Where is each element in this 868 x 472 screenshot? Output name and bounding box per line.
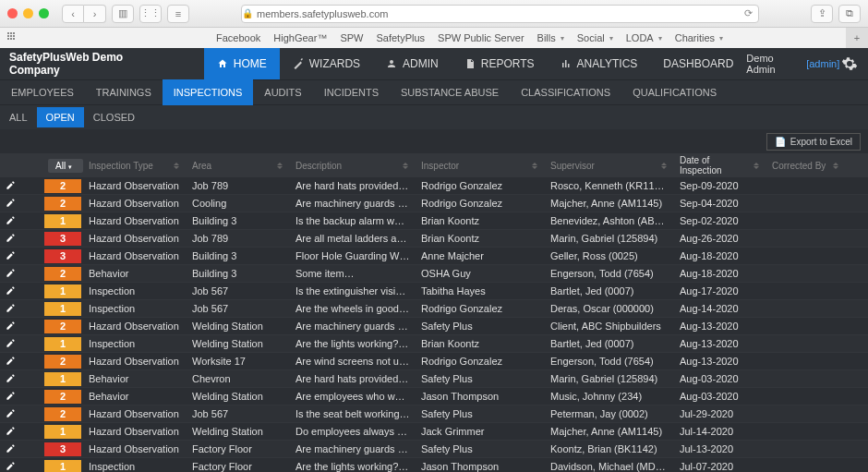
export-to-excel-button[interactable]: 📄 Export to Excel — [766, 133, 861, 151]
edit-row-button[interactable] — [0, 233, 26, 245]
tab-employees[interactable]: EMPLOYEES — [0, 79, 85, 105]
cell-inspector: OSHA Guy — [416, 268, 545, 279]
severity-badge: 3 — [44, 232, 81, 246]
table-row[interactable]: 1InspectionFactory FloorAre the lights w… — [0, 458, 868, 472]
table-row[interactable]: 3Hazard ObservationJob 789Are all metal … — [0, 230, 868, 248]
cell-inspector: Rodrigo Gonzalez — [416, 303, 545, 314]
cell-area: Building 3 — [187, 250, 290, 261]
tab-incidents[interactable]: INCIDENTS — [313, 79, 390, 105]
apps-icon[interactable] — [7, 32, 18, 43]
sidebar-toggle-button[interactable]: ▥ — [112, 5, 134, 23]
col-corrected-by[interactable]: Corrected By — [766, 153, 846, 177]
edit-row-button[interactable] — [0, 408, 26, 420]
minimize-window-icon[interactable] — [23, 8, 33, 18]
table-row[interactable]: 1Hazard ObservationWelding StationDo emp… — [0, 423, 868, 441]
bookmark-social[interactable]: Social — [577, 32, 613, 43]
col-area[interactable]: Area — [187, 153, 290, 177]
col-inspection-type[interactable]: Inspection Type — [83, 153, 187, 177]
nav-analytics[interactable]: ANALYTICS — [548, 48, 651, 79]
export-icon: 📄 — [775, 137, 786, 147]
edit-row-button[interactable] — [0, 250, 26, 262]
edit-row-button[interactable] — [0, 443, 26, 455]
nav-home[interactable]: HOME — [204, 48, 280, 79]
edit-row-button[interactable] — [0, 303, 26, 315]
edit-row-button[interactable] — [0, 461, 26, 473]
table-row[interactable]: 2BehaviorWelding StationAre employees wh… — [0, 388, 868, 405]
edit-row-button[interactable] — [0, 391, 26, 403]
close-window-icon[interactable] — [7, 8, 18, 18]
table-row[interactable]: 2BehaviorBuilding 3Some item…OSHA GuyEng… — [0, 265, 868, 283]
nav-back-button[interactable]: ‹ — [62, 5, 84, 23]
tab-inspections[interactable]: INSPECTIONS — [163, 79, 254, 105]
edit-row-button[interactable] — [0, 215, 26, 227]
url-bar[interactable]: 🔒 members.safetyplusweb.com ⟳ — [241, 5, 759, 23]
edit-row-button[interactable] — [0, 180, 26, 192]
edit-row-button[interactable] — [0, 356, 26, 368]
edit-row-button[interactable] — [0, 198, 26, 210]
table-row[interactable]: 3Hazard ObservationBuilding 3Floor Hole … — [0, 248, 868, 265]
maximize-window-icon[interactable] — [39, 8, 49, 18]
col-description[interactable]: Description — [290, 153, 416, 177]
severity-cell: 3 — [42, 248, 83, 265]
filter-all[interactable]: ALL — [0, 107, 37, 127]
table-row[interactable]: 1BehaviorChevronAre hard hats provided a… — [0, 370, 868, 388]
table-row[interactable]: 2Hazard ObservationCoolingAre machinery … — [0, 195, 868, 212]
bookmark-spw-public-server[interactable]: SPW Public Server — [438, 32, 524, 43]
nav-admin[interactable]: ADMIN — [373, 48, 452, 79]
table-row[interactable]: 3Hazard ObservationFactory FloorAre mach… — [0, 441, 868, 458]
bookmark-facebook[interactable]: Facebook — [216, 32, 260, 43]
bookmark-bills[interactable]: Bills — [537, 32, 564, 43]
grid-view-button[interactable]: ⋮⋮ — [139, 5, 162, 23]
filter-open[interactable]: OPEN — [37, 107, 84, 127]
table-row[interactable]: 2Hazard ObservationJob 789Are hard hats … — [0, 177, 868, 195]
cell-area: Job 567 — [187, 285, 290, 297]
col-severity[interactable]: All — [42, 153, 83, 177]
current-user[interactable]: Demo Admin [admin] — [746, 53, 839, 75]
settings-gear-icon[interactable] — [839, 54, 859, 74]
nav-wizards[interactable]: WIZARDS — [280, 48, 373, 79]
bookmark-charities[interactable]: Charities — [675, 32, 723, 43]
new-tab-button[interactable]: + — [846, 28, 868, 48]
refresh-icon[interactable]: ⟳ — [739, 7, 758, 19]
edit-row-button[interactable] — [0, 338, 26, 350]
tab-substance-abuse[interactable]: SUBSTANCE ABUSE — [390, 79, 510, 105]
nav-reports[interactable]: REPORTS — [452, 48, 548, 79]
table-row[interactable]: 1InspectionJob 567Are the wheels in good… — [0, 300, 868, 318]
cell-supervisor: Rosco, Kenneth (KR1149) — [545, 180, 674, 191]
cell-type: Behavior — [83, 373, 187, 384]
bookmark-safetyplus[interactable]: SafetyPlus — [376, 32, 425, 43]
edit-row-button[interactable] — [0, 373, 26, 385]
table-row[interactable]: 1Hazard ObservationBuilding 3Is the back… — [0, 212, 868, 230]
tab-classifications[interactable]: CLASSIFICATIONS — [510, 79, 621, 105]
tab-audits[interactable]: AUDITS — [253, 79, 312, 105]
filter-closed[interactable]: CLOSED — [84, 107, 144, 127]
col-inspector[interactable]: Inspector — [416, 153, 545, 177]
bookmark-highgear-[interactable]: HighGear™ — [273, 32, 327, 43]
cell-inspector: Safety Plus — [416, 321, 545, 332]
table-row[interactable]: 1InspectionWelding StationAre the lights… — [0, 335, 868, 353]
tabs-button[interactable]: ⧉ — [838, 5, 861, 23]
cell-inspector: Anne Majcher — [416, 250, 545, 261]
bookmark-loda[interactable]: LODA — [626, 32, 662, 43]
cell-type: Hazard Observation — [83, 215, 187, 226]
table-row[interactable]: 1InspectionJob 567Is the extinguisher vi… — [0, 283, 868, 300]
table-row[interactable]: 2Hazard ObservationJob 567Is the seat be… — [0, 405, 868, 423]
tab-qualifications[interactable]: QUALIFICATIONS — [621, 79, 728, 105]
edit-row-button[interactable] — [0, 426, 26, 438]
bookmark-spw[interactable]: SPW — [340, 32, 363, 43]
nav-forward-button[interactable]: › — [84, 5, 106, 23]
cell-type: Hazard Observation — [83, 408, 187, 419]
table-row[interactable]: 2Hazard ObservationWorksite 17Are wind s… — [0, 353, 868, 370]
col-supervisor[interactable]: Supervisor — [545, 153, 674, 177]
col-date[interactable]: Date of Inspection — [674, 153, 766, 177]
tab-trainings[interactable]: TRAININGS — [85, 79, 163, 105]
edit-row-button[interactable] — [0, 285, 26, 297]
nav-dashboard[interactable]: DASHBOARD — [650, 48, 746, 79]
share-button[interactable]: ⇪ — [811, 5, 833, 23]
edit-row-button[interactable] — [0, 268, 26, 280]
severity-filter-badge[interactable]: All — [48, 159, 83, 173]
cell-type: Hazard Observation — [83, 443, 187, 454]
reader-button[interactable]: ≡ — [167, 5, 189, 23]
table-row[interactable]: 2Hazard ObservationWelding StationAre ma… — [0, 318, 868, 335]
edit-row-button[interactable] — [0, 321, 26, 333]
